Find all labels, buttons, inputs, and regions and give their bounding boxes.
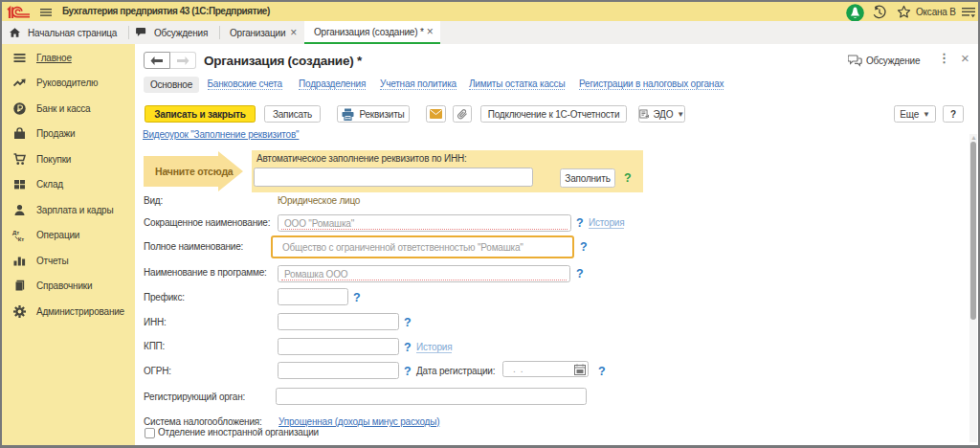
- svg-text:Дт: Дт: [12, 230, 19, 235]
- svg-text:Кт: Кт: [18, 236, 25, 242]
